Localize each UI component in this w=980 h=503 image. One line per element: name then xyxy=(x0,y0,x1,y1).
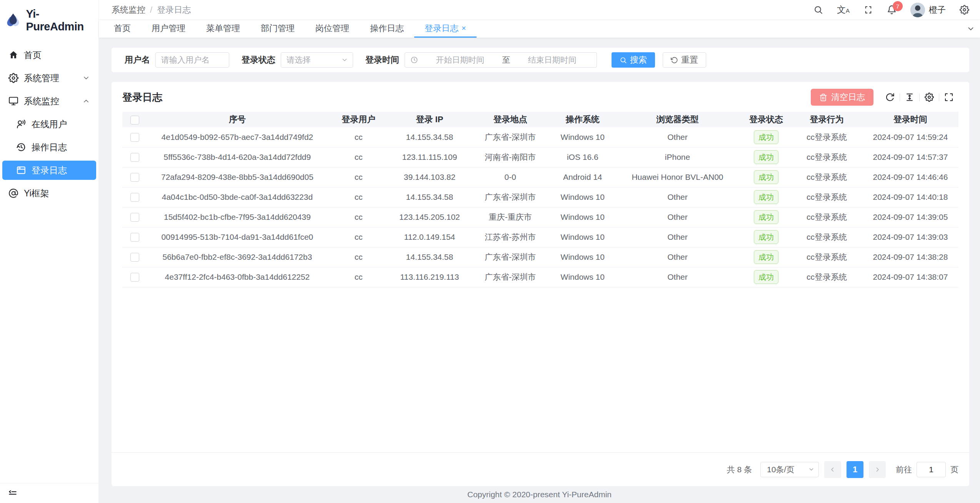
cell-browser: iPhone xyxy=(614,147,741,167)
pagination-total: 共 8 条 xyxy=(727,464,752,475)
breadcrumb-section[interactable]: 系统监控 xyxy=(112,4,145,16)
sidebar-item-online-users[interactable]: 在线用户 xyxy=(2,115,96,134)
clear-logs-button[interactable]: 清空日志 xyxy=(811,89,873,106)
cell-browser: Other xyxy=(614,207,741,227)
column-header: 登录用户 xyxy=(327,112,390,127)
row-checkbox[interactable] xyxy=(130,233,139,242)
cell-behavior: cc登录系统 xyxy=(791,167,862,187)
column-settings-button[interactable] xyxy=(920,93,939,102)
close-tab-icon[interactable]: × xyxy=(462,24,466,33)
app-logo[interactable]: Yi-PureAdmin xyxy=(0,0,98,39)
sidebar-item-system-monitor[interactable]: 系统监控 xyxy=(2,91,96,111)
cell-user: cc xyxy=(327,127,390,147)
cell-time: 2024-09-07 14:39:05 xyxy=(862,207,958,227)
row-checkbox[interactable] xyxy=(130,273,139,282)
collapse-sidebar-button[interactable] xyxy=(8,488,18,498)
chevron-right-icon xyxy=(874,466,881,473)
panel-header: 登录日志 清空日志 xyxy=(112,82,969,112)
tab-home[interactable]: 首页 xyxy=(103,20,141,38)
status-badge: 成功 xyxy=(754,210,778,224)
date-range-separator: 至 xyxy=(502,55,510,65)
reset-button[interactable]: 重置 xyxy=(663,52,706,68)
cell-ip: 112.0.149.154 xyxy=(390,227,470,247)
tag-menu-button[interactable] xyxy=(962,20,980,38)
cell-serial: 00914995-513b-7104-da91-3a14dd61fce0 xyxy=(147,227,327,247)
end-date-placeholder: 结束日期时间 xyxy=(513,55,592,65)
username-input[interactable] xyxy=(155,52,229,68)
table-tools xyxy=(880,93,958,102)
chevron-down-icon xyxy=(341,56,348,63)
main-area: 系统监控 / 登录日志 文A 7 xyxy=(99,0,980,503)
sidebar-item-label: 在线用户 xyxy=(32,118,67,130)
sidebar-item-label: 系统监控 xyxy=(24,95,59,107)
density-icon xyxy=(905,93,914,102)
chevron-down-icon xyxy=(808,466,815,473)
tab-dept-management[interactable]: 部门管理 xyxy=(250,20,305,38)
tab-user-management[interactable]: 用户管理 xyxy=(141,20,196,38)
login-status-select[interactable]: 请选择 xyxy=(281,52,353,68)
sidebar-item-yi-framework[interactable]: Yi框架 xyxy=(2,184,96,203)
tab-login-log[interactable]: 登录日志 × xyxy=(414,20,477,38)
user-menu[interactable]: 橙子 xyxy=(910,3,946,17)
cell-ip: 113.116.219.113 xyxy=(390,267,470,287)
gear-icon xyxy=(960,5,969,15)
avatar xyxy=(910,3,925,17)
select-all-checkbox[interactable] xyxy=(130,116,139,125)
reset-button-label: 重置 xyxy=(681,54,698,66)
cell-browser: Other xyxy=(614,267,741,287)
cell-os: Windows 10 xyxy=(551,247,614,267)
prev-page-button[interactable] xyxy=(824,461,841,478)
breadcrumb-current: 登录日志 xyxy=(157,4,191,16)
cell-behavior: cc登录系统 xyxy=(791,227,862,247)
page-1-button[interactable]: 1 xyxy=(847,461,863,478)
search-submit-button[interactable]: 搜索 xyxy=(612,52,655,68)
row-checkbox[interactable] xyxy=(130,133,139,142)
table-fullscreen-button[interactable] xyxy=(939,93,958,102)
sidebar-item-home[interactable]: 首页 xyxy=(2,45,96,65)
sidebar-item-system-management[interactable]: 系统管理 xyxy=(2,68,96,88)
cell-time: 2024-09-07 14:40:18 xyxy=(862,187,958,207)
row-checkbox[interactable] xyxy=(130,253,139,262)
cell-os: Windows 10 xyxy=(551,187,614,207)
settings-button[interactable] xyxy=(960,5,969,15)
row-checkbox[interactable] xyxy=(130,173,139,182)
search-button[interactable] xyxy=(813,5,823,15)
translate-button[interactable]: 文A xyxy=(837,5,850,14)
cell-location: 江苏省-苏州市 xyxy=(469,227,551,247)
chevron-down-icon xyxy=(967,25,975,33)
table-row: 72afa294-8209-438e-8bb5-3a14dd690d05 cc … xyxy=(122,167,958,187)
cell-ip: 123.145.205.102 xyxy=(390,207,470,227)
sidebar-item-login-log[interactable]: 登录日志 xyxy=(2,161,96,180)
app-title: Yi-PureAdmin xyxy=(26,8,93,33)
clock-icon xyxy=(410,56,418,64)
login-log-table: 序号 登录用户 登录 IP 登录地点 操作系统 浏览器类型 登录状态 登录行为 … xyxy=(122,112,958,287)
translate-icon: 文A xyxy=(837,5,850,14)
copyright-text: Copyright © 2020-present Yi-PureAdmin xyxy=(467,490,612,499)
refresh-icon xyxy=(671,56,678,64)
refresh-table-button[interactable] xyxy=(880,93,900,102)
cell-user: cc xyxy=(327,267,390,287)
tab-post-management[interactable]: 岗位管理 xyxy=(305,20,360,38)
row-checkbox[interactable] xyxy=(130,193,139,202)
tab-operation-log[interactable]: 操作日志 xyxy=(360,20,414,38)
cell-serial: 72afa294-8209-438e-8bb5-3a14dd690d05 xyxy=(147,167,327,187)
table-row: 5ff5536c-738b-4d14-620a-3a14dd72fdd9 cc … xyxy=(122,147,958,167)
row-checkbox[interactable] xyxy=(130,153,139,162)
status-badge: 成功 xyxy=(754,190,778,204)
next-page-button[interactable] xyxy=(869,461,886,478)
login-time-range-picker[interactable]: 开始日期时间 至 结束日期时间 xyxy=(405,52,597,68)
fullscreen-button[interactable] xyxy=(863,5,873,15)
topbar-actions: 文A 7 橙子 xyxy=(813,3,969,17)
sidebar-item-operation-log[interactable]: 操作日志 xyxy=(2,138,96,157)
page-size-select[interactable]: 10条/页 xyxy=(760,462,819,477)
cell-ip: 39.144.103.82 xyxy=(390,167,470,187)
cell-location: 广东省-深圳市 xyxy=(469,247,551,267)
notification-button[interactable]: 7 xyxy=(887,5,897,15)
goto-page-input[interactable] xyxy=(917,462,946,477)
tab-menu-management[interactable]: 菜单管理 xyxy=(196,20,250,38)
row-density-button[interactable] xyxy=(900,93,919,102)
login-log-panel: 登录日志 清空日志 xyxy=(112,82,969,486)
row-checkbox[interactable] xyxy=(130,213,139,222)
panel-title: 登录日志 xyxy=(122,91,162,104)
tab-label: 登录日志 xyxy=(425,23,458,34)
